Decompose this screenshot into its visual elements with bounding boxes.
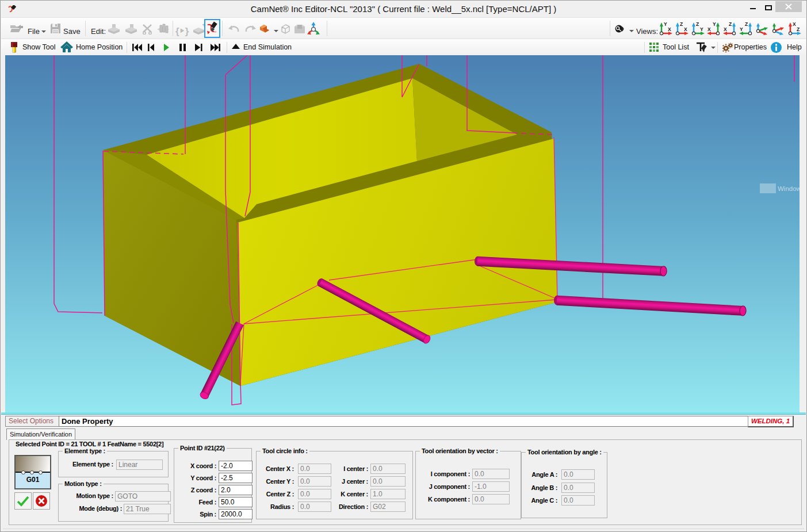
svg-text:Y: Y: [713, 21, 716, 27]
svg-text:X: X: [724, 26, 727, 32]
svg-text:Z: Z: [729, 21, 732, 27]
svg-text:Z: Z: [696, 21, 699, 27]
svg-text:Z: Z: [797, 26, 800, 32]
svg-text:Y: Y: [740, 26, 743, 32]
svg-text:X: X: [684, 26, 687, 32]
svg-text:Y: Y: [664, 21, 667, 27]
svg-text:Window: Window: [778, 185, 800, 192]
svg-text:Y: Y: [700, 26, 703, 32]
svg-text:Z: Z: [745, 21, 748, 27]
svg-text:X: X: [793, 21, 796, 27]
svg-text:Z: Z: [680, 21, 683, 27]
svg-text:X: X: [707, 26, 711, 32]
svg-text:X: X: [668, 26, 671, 32]
